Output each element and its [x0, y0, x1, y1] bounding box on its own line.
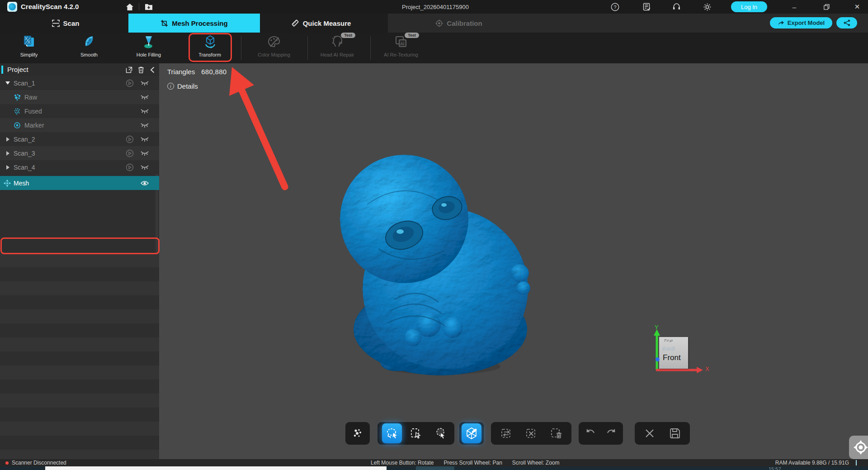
home-icon[interactable]: [125, 2, 135, 11]
undo-icon[interactable]: [580, 423, 600, 443]
tab-quick-measure[interactable]: Quick Measure: [269, 14, 373, 33]
visibility-off-icon[interactable]: [140, 122, 149, 128]
tree-row-marker[interactable]: Marker: [0, 118, 159, 132]
details-toggle[interactable]: i Details: [167, 82, 198, 90]
scan-frame-icon: [52, 19, 60, 27]
tree-row-scan4[interactable]: Scan_4: [0, 160, 159, 174]
headset-icon[interactable]: [671, 2, 681, 11]
brush-select-icon[interactable]: [430, 423, 450, 443]
ai-retexturing-icon: AI Test: [394, 34, 408, 50]
visibility-off-icon[interactable]: [140, 150, 149, 156]
feedback-icon[interactable]: [642, 2, 651, 11]
marker-icon: [14, 122, 21, 129]
toolbar-group-display: [345, 422, 370, 445]
tool-head-ai-repair: AI Test Head AI Repair: [315, 33, 360, 62]
lasso-select-icon[interactable]: [382, 423, 402, 443]
play-icon[interactable]: [126, 163, 134, 171]
play-icon[interactable]: [126, 79, 134, 87]
open-project-icon[interactable]: [144, 2, 154, 11]
viewport-3d[interactable]: Triangles680,880 i Details: [159, 63, 868, 459]
caret-right-icon[interactable]: [5, 137, 11, 142]
ribbon-separator: [307, 36, 308, 60]
mesh-crop-icon: [160, 19, 168, 27]
mouse-hints: Left Mouse Button: Rotate Press Scroll W…: [371, 460, 560, 466]
export-icon: [778, 20, 784, 26]
delete-selection-icon[interactable]: [547, 423, 566, 443]
visibility-off-icon[interactable]: [140, 136, 149, 142]
accent-bar: [1, 66, 3, 74]
transform-icon: [203, 34, 217, 50]
svg-text:AI: AI: [400, 42, 404, 46]
gizmo-back-label: Back: [662, 345, 675, 352]
share-button[interactable]: [836, 17, 857, 28]
help-icon[interactable]: ?: [610, 2, 620, 11]
app-title: CrealityScan 4.2.0: [21, 3, 79, 10]
collapse-panel-icon[interactable]: [148, 66, 156, 73]
delete-project-icon[interactable]: [137, 66, 145, 73]
xray-cube-icon[interactable]: [462, 423, 481, 443]
triangles-value: 680,880: [201, 68, 226, 76]
tree-row-scan1[interactable]: Scan_1: [0, 76, 159, 90]
scanner-status-dot: [5, 461, 9, 465]
tool-smooth[interactable]: Smooth: [66, 33, 112, 62]
tree-row-scan2[interactable]: Scan_2: [0, 132, 159, 146]
scanner-status: Scanner Disconnected: [12, 460, 66, 466]
tree-row-scan3[interactable]: Scan_3: [0, 146, 159, 160]
panel-resize-handle[interactable]: [856, 460, 857, 465]
taskbar-clock-partial: 15:57: [769, 466, 781, 470]
visibility-on-icon[interactable]: [140, 180, 149, 186]
caret-right-icon[interactable]: [5, 151, 11, 156]
redo-icon[interactable]: [602, 423, 622, 443]
login-button[interactable]: Log In: [731, 1, 767, 12]
play-icon[interactable]: [126, 135, 134, 143]
settings-icon[interactable]: [702, 2, 712, 11]
simplify-icon: [22, 34, 36, 50]
project-panel-header: Project: [0, 63, 159, 76]
play-icon[interactable]: [126, 149, 134, 157]
tool-transform[interactable]: Transform: [187, 33, 232, 62]
ruler-icon: [291, 19, 299, 27]
tool-color-mapping: Color Mapping: [251, 33, 297, 62]
tree-row-raw[interactable]: Raw: [0, 90, 159, 104]
rect-select-icon[interactable]: [406, 423, 426, 443]
tree-row-mesh[interactable]: Mesh: [0, 176, 159, 190]
head-ai-repair-icon: AI Test: [330, 34, 344, 50]
caret-down-icon[interactable]: [5, 81, 11, 85]
visibility-off-icon[interactable]: [140, 94, 149, 100]
export-model-button[interactable]: Export Model: [770, 17, 832, 28]
project-name: Project_20260401175900: [402, 4, 469, 10]
minimize-button[interactable]: –: [785, 0, 803, 14]
hint-pan: Press Scroll Wheel: Pan: [443, 460, 502, 466]
tab-scan[interactable]: Scan: [32, 14, 99, 33]
export-project-icon[interactable]: [125, 66, 133, 73]
orientation-gizmo[interactable]: Y Top Back Front X: [637, 325, 709, 397]
deselect-icon[interactable]: [521, 423, 541, 443]
project-panel-title: Project: [7, 66, 28, 73]
save-icon[interactable]: [665, 423, 685, 443]
background-taskbar-fragment: [416, 466, 454, 470]
toolbar-group-selection-ops: [491, 422, 571, 445]
orbit-view-button[interactable]: [849, 436, 868, 459]
details-label: Details: [177, 82, 198, 90]
point-cloud-display-icon[interactable]: [348, 423, 368, 443]
test-badge: Test: [405, 33, 419, 38]
background-window-fragment: [45, 466, 387, 470]
visibility-off-icon[interactable]: [140, 164, 149, 170]
visibility-off-icon[interactable]: [140, 108, 149, 114]
gizmo-cube[interactable]: Top Back Front: [659, 337, 688, 369]
visibility-off-icon[interactable]: [140, 80, 149, 86]
tool-simplify[interactable]: Simplify: [6, 33, 52, 62]
ram-available: RAM Available 9.88G / 15.91G: [775, 460, 849, 466]
fused-cloud-icon: [14, 108, 21, 115]
tree-row-fused[interactable]: Fused: [0, 104, 159, 118]
caret-right-icon[interactable]: [5, 165, 11, 170]
restore-button[interactable]: [817, 0, 835, 14]
close-button[interactable]: ✕: [848, 0, 866, 14]
owl-model-3d[interactable]: [333, 150, 537, 376]
cancel-icon[interactable]: [640, 423, 660, 443]
invert-selection-icon[interactable]: [496, 423, 516, 443]
tool-hole-filling[interactable]: Hole Filling: [126, 33, 171, 62]
color-mapping-icon: [267, 34, 281, 50]
triangles-label: Triangles: [167, 68, 195, 76]
tab-mesh-processing[interactable]: Mesh Processing: [128, 14, 260, 33]
